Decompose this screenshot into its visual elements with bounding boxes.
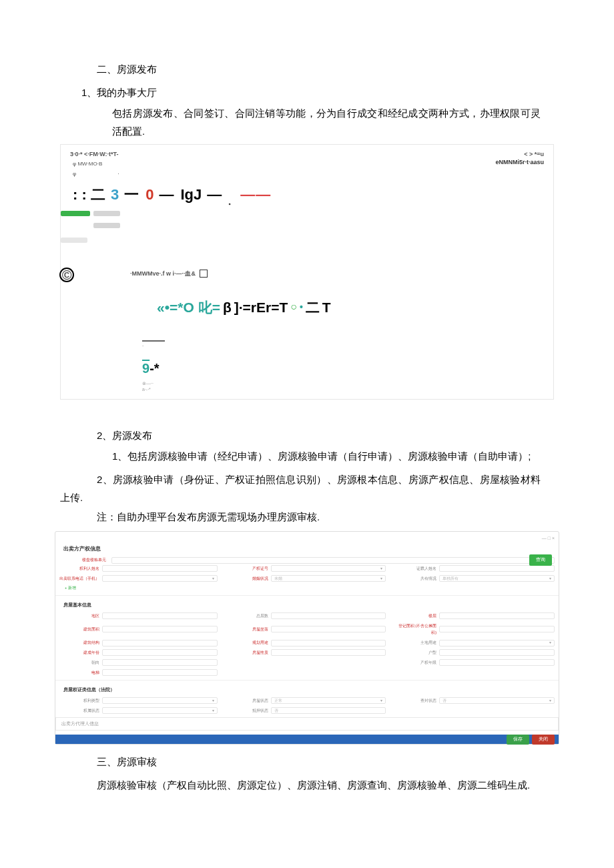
s1-big-igj: IgJ	[180, 181, 202, 208]
field-layout[interactable]	[439, 649, 555, 656]
s1-b2-cn: 二	[306, 295, 320, 320]
field-elev[interactable]	[102, 669, 218, 676]
field-seal[interactable]: 否	[439, 697, 555, 704]
field-regarea[interactable]	[439, 626, 555, 632]
s1-phi-2: φ ·	[73, 169, 544, 179]
s1-tiny-1: ⊗—··	[142, 380, 544, 386]
s1-btn-green[interactable]	[61, 211, 90, 216]
field-share[interactable]: 单独所有	[439, 575, 555, 582]
s1-btn-grey-1[interactable]	[93, 211, 120, 216]
lbl-seal: 查封状态	[396, 697, 436, 705]
lbl-share: 共有情况	[396, 575, 436, 582]
field-floors[interactable]	[271, 612, 386, 619]
window-controls[interactable]: — □ ×	[59, 534, 555, 543]
field-area[interactable]	[102, 612, 218, 619]
s1-top-right-text2: eNMNMi5r·t·aasu	[495, 157, 544, 167]
s1-big-line-1: : : 二 3 一 0 — IgJ — 。 ——	[73, 181, 544, 208]
field-nature[interactable]	[271, 649, 386, 656]
lbl-area: 地区	[59, 612, 99, 620]
section-3-body: 房源核验审核（产权自动比照、房源定位）、房源注销、房源查询、房源核验单、房源二维…	[97, 776, 541, 794]
s1-top-left-text: 3·0·* <·FM·W:·t*T-	[70, 149, 544, 159]
screenshot-1: 3·0·* <·FM·W:·t*T- < > *=u eNMNMi5r·t·aa…	[60, 144, 554, 400]
s1-9-star: 9-*	[142, 356, 544, 380]
lbl-nature: 房屋性质	[228, 649, 268, 657]
s1-nine-suffix: -*	[149, 361, 159, 376]
field-year[interactable]	[102, 649, 218, 656]
lbl-land: 土地用途	[396, 639, 436, 646]
field-land[interactable]	[439, 640, 555, 646]
lbl-struct: 建筑结构	[59, 639, 99, 646]
lbl-phone: 出卖联系电话（手机）	[59, 575, 99, 582]
s1-nine: 9	[142, 361, 149, 376]
lbl-floor: 楼层	[396, 612, 436, 620]
s1-small-dot: ·	[142, 342, 544, 351]
s1-b2-circ: ○	[290, 298, 297, 317]
lbl-plan: 规划用途	[228, 639, 268, 646]
field-owner[interactable]	[102, 565, 218, 572]
s1-big-line-2: «•=*O 叱= β ]·=rEr=T ○ • 二 T	[157, 295, 544, 320]
s2-query-button[interactable]: 查询	[529, 554, 552, 566]
s1-big-pre: : : 二	[73, 181, 105, 208]
field-certno[interactable]	[271, 565, 386, 572]
lbl-ownstate: 权属状态	[59, 707, 99, 715]
lbl-owner: 权利人姓名	[59, 565, 99, 572]
field-certname[interactable]	[439, 565, 555, 572]
s1-btn-grey-2[interactable]	[61, 238, 87, 243]
lbl-year: 建成年份	[59, 649, 99, 657]
s2-row-prop-addr: 楼盘楼栋单元	[59, 556, 555, 564]
lbl-layout: 户型	[396, 649, 436, 657]
field-barea[interactable]	[102, 626, 218, 632]
field-term[interactable]	[439, 659, 555, 666]
lbl-right: 权利类型	[59, 697, 99, 705]
s1-b2-beta: β	[223, 295, 232, 320]
section-2-heading: 二、房源发布	[97, 60, 581, 78]
field-floor[interactable]	[439, 612, 555, 619]
s1-b2-lead: «•=*O 叱=	[157, 295, 220, 320]
s1-btn-grey-3[interactable]	[93, 223, 120, 228]
s1-phi-1: φ MW·MO·B	[73, 159, 544, 169]
item-2-note: 注：自助办理平台发布房源无需现场办理房源审核.	[97, 508, 541, 526]
lbl-barea: 建筑面积	[59, 626, 99, 633]
lbl-bldg: 楼盘楼栋单元	[59, 556, 106, 564]
copyright-icon: ©	[59, 268, 74, 282]
lbl-term: 产权年限	[396, 659, 436, 667]
s2-save-button[interactable]: 保存	[507, 735, 529, 745]
s1-phi-2-sym: φ	[73, 171, 76, 177]
field-plan[interactable]	[271, 640, 386, 646]
s1-big-dash-2: —	[159, 181, 175, 208]
s1-big-3: 3	[111, 181, 119, 208]
s1-big-0: 0	[145, 181, 154, 208]
field-state[interactable]: 正常	[271, 697, 386, 704]
field-ownstate[interactable]	[102, 707, 218, 714]
lbl-orient: 朝向	[59, 659, 99, 667]
item-2-heading: 2、房源发布	[97, 426, 581, 444]
field-orient[interactable]	[102, 659, 218, 666]
s2-sec3-title: 房屋权证类信息（法院）	[63, 686, 555, 695]
s1-tiny-2: a·-·*	[142, 386, 544, 392]
item-2-line1: 1、包括房源核验申请（经纪申请）、房源核验申请（自行申请）、房源核验申请（自助申…	[112, 447, 541, 465]
field-bldg[interactable]	[111, 557, 555, 564]
s1-big-end: 。	[228, 196, 235, 208]
s1-big-dash-1: 一	[124, 181, 140, 208]
s2-close-button[interactable]: 关闭	[532, 735, 555, 745]
field-mort[interactable]: 否	[271, 707, 386, 714]
field-struct[interactable]	[102, 640, 218, 646]
s2-agent-bar[interactable]: 出卖方代理人信息	[55, 717, 559, 731]
item-2-line2: 2、房源核验申请（身份证、产权证拍照信息识别）、房源根本信息、房源产权信息、房屋…	[60, 470, 541, 506]
s1-b2-mid: ]·=rEr=T	[234, 295, 288, 320]
field-right[interactable]	[102, 697, 218, 704]
s2-footer: 保存 关闭	[55, 735, 559, 744]
section-3-heading: 三、房源审核	[97, 753, 581, 771]
lbl-loc: 房屋坐落	[228, 626, 268, 633]
lbl-certname: 证载人姓名	[396, 565, 436, 572]
field-marital[interactable]: 未婚	[271, 575, 386, 582]
s1-mid-text-val: ·MMWMve·.f w i·—··血&	[130, 268, 196, 279]
lbl-marital: 婚姻状况	[228, 575, 268, 582]
field-phone[interactable]	[102, 575, 218, 582]
s1-phi-2-dot: ·	[117, 171, 119, 177]
s1-checkbox-icon[interactable]	[200, 270, 208, 278]
lbl-state: 房屋状态	[228, 697, 268, 705]
s2-add-btn[interactable]: + 新增	[65, 584, 555, 592]
field-loc[interactable]	[271, 626, 386, 632]
lbl-regarea: 登记面积 (不含公摊面积)	[396, 622, 436, 637]
